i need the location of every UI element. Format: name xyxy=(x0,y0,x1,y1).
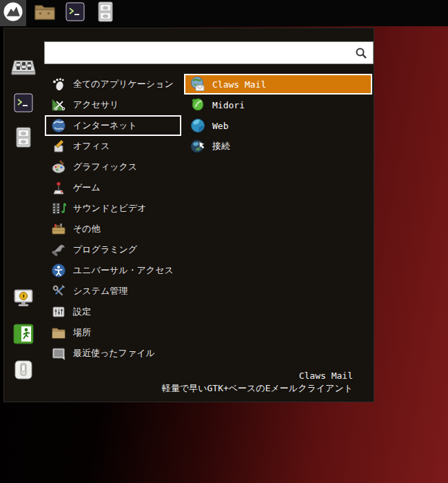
internet-icon xyxy=(50,117,67,134)
category-label: オフィス xyxy=(73,140,110,152)
games-icon xyxy=(50,179,67,196)
category-label: アクセサリ xyxy=(73,99,119,111)
office-icon xyxy=(50,138,67,155)
favorite-terminal-button[interactable] xyxy=(11,92,36,116)
shut-down-icon xyxy=(14,359,33,383)
favorite-settings-mixer-button[interactable] xyxy=(11,57,36,81)
recent-files-icon xyxy=(50,345,67,362)
category-internet[interactable]: インターネット xyxy=(45,115,181,136)
distro-logo-icon xyxy=(0,0,26,28)
category-label: グラフィックス xyxy=(73,161,137,173)
category-programming[interactable]: プログラミング xyxy=(45,239,181,260)
selection-info: Claws Mail 軽量で早いGTK+ベースのEメールクライアント xyxy=(162,370,353,395)
category-system-administration[interactable]: システム管理 xyxy=(45,281,181,302)
all-applications-icon xyxy=(50,76,67,92)
desktop: { "panel": { "menu_button_icon": "distro… xyxy=(0,0,448,483)
app-label: Midori xyxy=(212,100,245,110)
file-manager-launcher[interactable] xyxy=(33,1,57,25)
programming-icon xyxy=(50,241,67,258)
category-office[interactable]: オフィス xyxy=(45,136,181,157)
app-label: 接続 xyxy=(212,140,230,152)
sound-and-video-icon xyxy=(50,200,67,217)
category-label: ゲーム xyxy=(73,181,101,194)
search-icon xyxy=(355,47,367,59)
application-menu-popup: 全てのアプリケーション アクセサリ インターネット オフィス グラフィックス xyxy=(3,28,374,402)
application-list: Claws Mail Midori Web 接続 xyxy=(184,74,372,157)
network-connection-icon xyxy=(190,138,206,155)
app-web[interactable]: Web xyxy=(184,115,372,136)
category-label: 最近使ったファイル xyxy=(73,347,155,359)
applications-menu-button[interactable] xyxy=(0,0,26,26)
claws-mail-icon xyxy=(190,76,206,92)
accessories-icon xyxy=(50,97,67,113)
terminal-icon xyxy=(14,93,33,115)
top-panel xyxy=(0,0,448,26)
settings-mixer-icon xyxy=(11,58,36,80)
app-claws-mail[interactable]: Claws Mail xyxy=(184,74,372,95)
graphics-icon xyxy=(50,159,67,175)
category-settings[interactable]: 設定 xyxy=(45,302,181,322)
log-out-icon xyxy=(13,324,34,347)
selection-description: 軽量で早いGTK+ベースのEメールクライアント xyxy=(162,382,353,395)
app-connection[interactable]: 接続 xyxy=(184,136,372,157)
category-all-applications[interactable]: 全てのアプリケーション xyxy=(45,74,181,95)
file-cabinet-icon xyxy=(97,1,114,25)
category-list: 全てのアプリケーション アクセサリ インターネット オフィス グラフィックス xyxy=(45,74,181,364)
terminal-launcher[interactable] xyxy=(63,1,87,25)
category-games[interactable]: ゲーム xyxy=(45,177,181,198)
search-input[interactable] xyxy=(45,42,355,63)
system-administration-icon xyxy=(50,283,67,299)
file-manager-folder-icon xyxy=(34,2,56,24)
lock-screen-button[interactable] xyxy=(11,288,36,312)
places-icon xyxy=(50,324,67,341)
category-label: インターネット xyxy=(73,119,137,132)
category-label: サウンドとビデオ xyxy=(73,202,146,215)
category-label: システム管理 xyxy=(73,285,128,297)
category-sound-and-video[interactable]: サウンドとビデオ xyxy=(45,198,181,219)
category-accessories[interactable]: アクセサリ xyxy=(45,95,181,115)
category-graphics[interactable]: グラフィックス xyxy=(45,157,181,177)
lock-screen-icon xyxy=(12,288,34,312)
category-universal-access[interactable]: ユニバーサル・アクセス xyxy=(45,260,181,281)
category-other[interactable]: その他 xyxy=(45,219,181,239)
shut-down-button[interactable] xyxy=(11,359,36,383)
category-label: 全てのアプリケーション xyxy=(73,78,174,90)
search-box xyxy=(44,41,374,64)
app-label: Web xyxy=(212,121,228,131)
midori-icon xyxy=(190,97,206,113)
category-recent-files[interactable]: 最近使ったファイル xyxy=(45,343,181,364)
app-label: Claws Mail xyxy=(212,79,266,90)
category-label: プログラミング xyxy=(73,244,137,256)
log-out-button[interactable] xyxy=(11,324,36,347)
universal-access-icon xyxy=(50,262,67,279)
other-icon xyxy=(50,221,67,237)
selection-title: Claws Mail xyxy=(162,370,353,382)
category-label: その他 xyxy=(73,223,101,235)
file-cabinet-launcher[interactable] xyxy=(94,1,117,25)
settings-icon xyxy=(50,304,67,320)
terminal-icon xyxy=(65,2,85,24)
category-label: 場所 xyxy=(73,326,91,339)
favorite-file-cabinet-button[interactable] xyxy=(11,127,36,150)
category-label: 設定 xyxy=(73,306,91,318)
app-midori[interactable]: Midori xyxy=(184,95,372,115)
web-browser-icon xyxy=(190,117,206,134)
category-label: ユニバーサル・アクセス xyxy=(73,264,174,277)
file-cabinet-icon xyxy=(15,127,32,150)
category-places[interactable]: 場所 xyxy=(45,322,181,343)
